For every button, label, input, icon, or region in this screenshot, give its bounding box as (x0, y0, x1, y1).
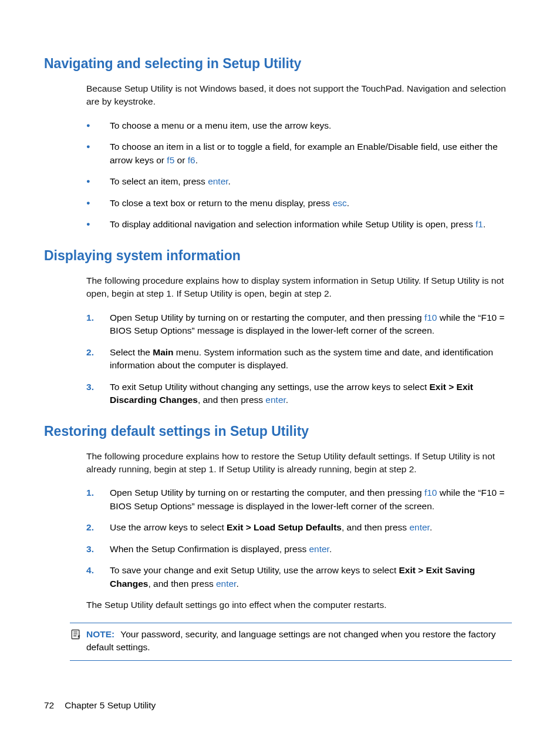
list-item: To select an item, press enter. (86, 175, 512, 188)
list-item: When the Setup Confirmation is displayed… (86, 543, 512, 556)
note-icon (70, 629, 82, 640)
key-enter: enter (309, 544, 329, 554)
step-text: . (236, 579, 238, 589)
list-item: To close a text box or return to the men… (86, 197, 512, 210)
step-text: . (286, 395, 288, 405)
step-text: To exit Setup Utility without changing a… (110, 382, 430, 392)
bullet-text: . (347, 198, 349, 208)
restore-outro: The Setup Utility default settings go in… (86, 599, 512, 611)
note-text: Your password, security, and language se… (86, 629, 496, 652)
bullet-text: To select an item, press (110, 176, 208, 186)
nav-intro: Because Setup Utility is not Windows bas… (86, 82, 512, 109)
restore-steps: Open Setup Utility by turning on or rest… (86, 486, 512, 590)
chapter-label: Chapter 5 Setup Utility (65, 700, 156, 710)
bold-main: Main (153, 347, 173, 357)
bullet-text: or (174, 155, 187, 165)
list-item: To save your change and exit Setup Utili… (86, 564, 512, 590)
page-footer: 72Chapter 5 Setup Utility (44, 700, 156, 711)
key-f6: f6 (188, 155, 195, 165)
key-f10: f10 (424, 312, 437, 322)
heading-restore: Restoring default settings in Setup Util… (44, 424, 512, 439)
key-f1: f1 (475, 219, 483, 229)
list-item: To choose a menu or a menu item, use the… (86, 119, 512, 132)
bullet-text: To display additional navigation and sel… (110, 219, 475, 229)
step-text: . (329, 544, 332, 554)
key-enter: enter (216, 579, 236, 589)
step-text: Open Setup Utility by turning on or rest… (110, 312, 424, 322)
heading-sysinfo: Displaying system information (44, 248, 512, 264)
bullet-text: . (483, 219, 485, 229)
list-item: To exit Setup Utility without changing a… (86, 381, 512, 407)
key-esc: esc (333, 198, 347, 208)
step-text: , and then press (198, 395, 265, 405)
svg-rect-0 (72, 630, 79, 639)
bullet-text: . (228, 176, 231, 186)
nav-bullets: To choose a menu or a menu item, use the… (86, 119, 512, 231)
key-enter: enter (409, 522, 429, 532)
list-item: Select the Main menu. System information… (86, 346, 512, 372)
step-text: To save your change and exit Setup Utili… (110, 565, 399, 575)
list-item: Use the arrow keys to select Exit > Load… (86, 521, 512, 534)
step-text: When the Setup Confirmation is displayed… (110, 544, 309, 554)
step-text: . (430, 522, 432, 532)
step-text: Select the (110, 347, 153, 357)
note-label: NOTE: (86, 629, 114, 639)
key-f10: f10 (424, 488, 437, 498)
note-box: NOTE:Your password, security, and langua… (70, 623, 512, 661)
sysinfo-steps: Open Setup Utility by turning on or rest… (86, 311, 512, 407)
page-number: 72 (44, 700, 54, 710)
list-item: To display additional navigation and sel… (86, 218, 512, 231)
step-text: , and then press (148, 579, 215, 589)
heading-navigating: Navigating and selecting in Setup Utilit… (44, 56, 512, 72)
list-item: Open Setup Utility by turning on or rest… (86, 311, 512, 338)
step-text: Open Setup Utility by turning on or rest… (110, 488, 424, 498)
note-content: NOTE:Your password, security, and langua… (86, 628, 512, 654)
bullet-text: . (195, 155, 198, 165)
bold-exit: Exit > Load Setup Defaults (227, 522, 342, 532)
list-item: To choose an item in a list or to toggle… (86, 140, 512, 167)
restore-intro: The following procedure explains how to … (86, 450, 512, 476)
step-text: , and then press (342, 522, 409, 532)
sysinfo-intro: The following procedure explains how to … (86, 274, 512, 301)
key-f5: f5 (167, 155, 174, 165)
key-enter: enter (265, 395, 285, 405)
list-item: Open Setup Utility by turning on or rest… (86, 486, 512, 513)
step-text: Use the arrow keys to select (110, 522, 227, 532)
bullet-text: To close a text box or return to the men… (110, 198, 333, 208)
bullet-text: To choose a menu or a menu item, use the… (110, 120, 331, 130)
key-enter: enter (208, 176, 228, 186)
